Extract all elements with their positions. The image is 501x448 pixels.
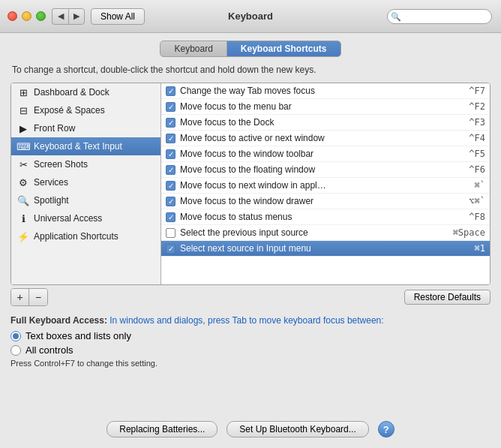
sidebar-item-dashboard[interactable]: ⊞Dashboard & Dock bbox=[11, 83, 160, 101]
expose-icon: ⊟ bbox=[17, 104, 29, 116]
footer: Replacing Batteries... Set Up Bluetooth … bbox=[10, 415, 490, 440]
sidebar-item-expose[interactable]: ⊟Exposé & Spaces bbox=[11, 101, 160, 119]
shortcut-row[interactable]: ✓Move focus to the window toolbar^F5 bbox=[161, 146, 490, 162]
radio-all-controls-circle[interactable] bbox=[10, 345, 21, 356]
shortcut-key-10: ⌘1 bbox=[475, 243, 485, 254]
radio-text-boxes-inner bbox=[13, 333, 19, 339]
traffic-lights bbox=[8, 11, 46, 21]
minimize-button[interactable] bbox=[22, 11, 32, 21]
shortcut-label-1: Move focus to the menu bar bbox=[180, 101, 464, 112]
right-panel: ✓Change the way Tab moves focus^F7✓Move … bbox=[161, 83, 490, 284]
shortcut-checkbox-0[interactable]: ✓ bbox=[166, 86, 176, 96]
show-all-button[interactable]: Show All bbox=[91, 8, 145, 25]
shortcut-label-10: Select next source in Input menu bbox=[180, 243, 470, 254]
help-button[interactable]: ? bbox=[378, 421, 394, 437]
shortcut-key-8: ^F8 bbox=[469, 212, 485, 222]
titlebar: ◀ ▶ Show All Keyboard 🔍 bbox=[0, 0, 501, 33]
back-button[interactable]: ◀ bbox=[52, 8, 68, 25]
shortcut-checkbox-3[interactable]: ✓ bbox=[166, 134, 176, 143]
shortcut-row[interactable]: ✓Move focus to status menus^F8 bbox=[161, 209, 490, 225]
shortcut-checkbox-10[interactable]: ✓ bbox=[166, 244, 176, 254]
shortcut-row[interactable]: ✓Move focus to active or next window^F4 bbox=[161, 131, 490, 146]
sidebar-item-keyboard[interactable]: ⌨Keyboard & Text Input bbox=[11, 137, 160, 155]
shortcut-row[interactable]: ✓Move focus to the menu bar^F2 bbox=[161, 99, 490, 115]
sidebar-item-universal[interactable]: ℹUniversal Access bbox=[11, 209, 160, 227]
shortcut-label-0: Change the way Tab moves focus bbox=[180, 86, 464, 96]
radio-all-controls[interactable]: All controls bbox=[10, 344, 490, 356]
close-button[interactable] bbox=[8, 11, 17, 21]
left-panel: ⊞Dashboard & Dock⊟Exposé & Spaces▶Front … bbox=[11, 83, 161, 284]
tab-keyboard[interactable]: Keyboard bbox=[160, 41, 226, 56]
shortcut-checkbox-5[interactable]: ✓ bbox=[166, 165, 176, 175]
shortcut-key-1: ^F2 bbox=[469, 101, 485, 112]
sidebar-item-services[interactable]: ⚙Services bbox=[11, 173, 160, 191]
shortcut-key-4: ^F5 bbox=[469, 149, 485, 159]
shortcut-key-7: ⌥⌘` bbox=[469, 196, 485, 206]
shortcut-checkbox-9[interactable] bbox=[166, 228, 176, 238]
forward-button[interactable]: ▶ bbox=[68, 8, 85, 25]
shortcut-label-3: Move focus to active or next window bbox=[180, 133, 464, 143]
shortcut-checkbox-2[interactable]: ✓ bbox=[166, 118, 176, 128]
shortcut-label-7: Move focus to the window drawer bbox=[180, 196, 464, 206]
sidebar-item-appshortcuts[interactable]: ⚡Application Shortcuts bbox=[11, 227, 160, 245]
tab-bar: Keyboard Keyboard Shortcuts bbox=[10, 41, 490, 57]
frontrow-icon: ▶ bbox=[17, 122, 29, 134]
radio-text-boxes[interactable]: Text boxes and lists only bbox=[10, 330, 490, 341]
shortcut-key-3: ^F4 bbox=[469, 133, 485, 143]
sidebar-label-keyboard: Keyboard & Text Input bbox=[34, 141, 122, 152]
appshortcuts-icon: ⚡ bbox=[17, 230, 29, 242]
bottom-toolbar: + − Restore Defaults bbox=[10, 288, 490, 306]
maximize-button[interactable] bbox=[36, 11, 46, 21]
radio-text-boxes-label: Text boxes and lists only bbox=[26, 330, 131, 341]
sidebar-label-appshortcuts: Application Shortcuts bbox=[34, 231, 118, 242]
remove-shortcut-button[interactable]: − bbox=[29, 289, 47, 305]
shortcut-checkbox-4[interactable]: ✓ bbox=[166, 149, 176, 159]
replacing-batteries-button[interactable]: Replacing Batteries... bbox=[106, 421, 218, 437]
shortcut-label-9: Select the previous input source bbox=[180, 227, 448, 238]
shortcut-row[interactable]: ✓Move focus to the Dock^F3 bbox=[161, 115, 490, 131]
sidebar-item-spotlight[interactable]: 🔍Spotlight bbox=[11, 191, 160, 209]
shortcut-checkbox-1[interactable]: ✓ bbox=[166, 102, 176, 112]
shortcut-key-0: ^F7 bbox=[469, 86, 485, 96]
shortcut-row[interactable]: ✓Move focus to the window drawer⌥⌘` bbox=[161, 194, 490, 209]
shortcut-row[interactable]: ✓Select next source in Input menu⌘1 bbox=[161, 241, 490, 257]
fka-section: Full Keyboard Access: In windows and dia… bbox=[10, 312, 490, 371]
shortcut-row[interactable]: ✓Move focus to the floating window^F6 bbox=[161, 162, 490, 178]
sidebar-item-frontrow[interactable]: ▶Front Row bbox=[11, 119, 160, 137]
search-box: 🔍 bbox=[387, 9, 492, 24]
shortcut-label-6: Move focus to next window in appl… bbox=[180, 180, 470, 191]
sidebar-label-frontrow: Front Row bbox=[34, 123, 75, 134]
shortcut-row[interactable]: ✓Move focus to next window in appl…⌘` bbox=[161, 178, 490, 194]
add-remove-buttons: + − bbox=[10, 288, 48, 306]
search-input[interactable] bbox=[387, 9, 492, 24]
sidebar-label-services: Services bbox=[34, 177, 68, 188]
restore-defaults-button[interactable]: Restore Defaults bbox=[404, 290, 490, 305]
shortcut-row[interactable]: Select the previous input source⌘Space bbox=[161, 225, 490, 241]
shortcut-checkbox-8[interactable]: ✓ bbox=[166, 212, 176, 222]
shortcut-key-5: ^F6 bbox=[469, 164, 485, 175]
sidebar-item-screenshots[interactable]: ✂Screen Shots bbox=[11, 155, 160, 173]
add-shortcut-button[interactable]: + bbox=[11, 289, 29, 305]
radio-text-boxes-circle[interactable] bbox=[10, 331, 21, 341]
shortcut-checkbox-7[interactable]: ✓ bbox=[166, 197, 176, 206]
main-content: Keyboard Keyboard Shortcuts To change a … bbox=[0, 33, 501, 448]
tab-shortcuts[interactable]: Keyboard Shortcuts bbox=[227, 41, 340, 56]
nav-arrows: ◀ ▶ bbox=[52, 8, 85, 25]
shortcut-label-4: Move focus to the window toolbar bbox=[180, 149, 464, 159]
sidebar-label-expose: Exposé & Spaces bbox=[34, 105, 105, 116]
sidebar-label-spotlight: Spotlight bbox=[34, 195, 69, 206]
dashboard-icon: ⊞ bbox=[17, 86, 29, 98]
window-title: Keyboard bbox=[228, 11, 273, 22]
shortcut-checkbox-6[interactable]: ✓ bbox=[166, 181, 176, 191]
sidebar-label-screenshots: Screen Shots bbox=[34, 159, 88, 170]
shortcut-label-8: Move focus to status menus bbox=[180, 212, 464, 222]
fka-title: Full Keyboard Access: In windows and dia… bbox=[10, 315, 490, 326]
search-icon: 🔍 bbox=[391, 11, 401, 21]
shortcut-row[interactable]: ✓Change the way Tab moves focus^F7 bbox=[161, 83, 490, 99]
universal-icon: ℹ bbox=[17, 212, 29, 224]
tab-group: Keyboard Keyboard Shortcuts bbox=[160, 41, 340, 57]
shortcut-key-9: ⌘Space bbox=[453, 227, 485, 238]
spotlight-icon: 🔍 bbox=[17, 194, 29, 206]
setup-bluetooth-button[interactable]: Set Up Bluetooth Keyboard... bbox=[226, 421, 368, 437]
panels: ⊞Dashboard & Dock⊟Exposé & Spaces▶Front … bbox=[10, 83, 490, 285]
